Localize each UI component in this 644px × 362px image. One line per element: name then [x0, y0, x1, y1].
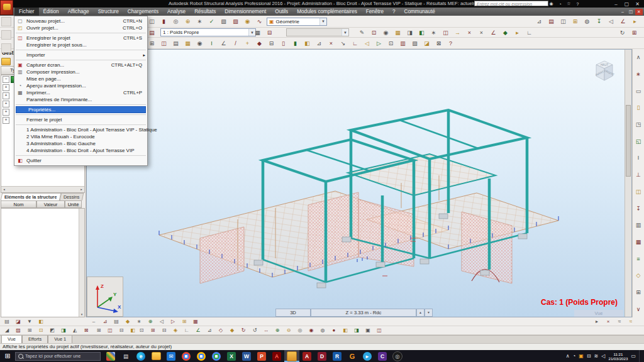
table-scrollbar[interactable]: ▾	[79, 209, 84, 317]
table-filter-icon[interactable]: ▤	[111, 317, 122, 326]
section-view-icon[interactable]: ▦	[392, 28, 404, 38]
save-icon[interactable]: ◫	[147, 16, 158, 26]
show-desktop-button[interactable]	[639, 350, 641, 362]
tree-horizontal-scrollbar[interactable]: ◂ ▸	[1, 186, 84, 192]
menu-bar-item[interactable]: Structure	[94, 8, 123, 16]
maximize-button[interactable]: ▢	[621, 0, 632, 8]
list-view-icon[interactable]: ▤	[2, 317, 13, 326]
scroll-up-icon[interactable]: ∧	[633, 52, 644, 63]
stress-icon[interactable]: ◍	[582, 16, 593, 26]
snap-filter-icon[interactable]: ∗	[134, 317, 145, 326]
close-tool-icon[interactable]: ⊠	[433, 38, 445, 48]
menu-bar-item[interactable]: Fichier	[14, 8, 39, 16]
tab-structure-elements[interactable]: Eléments de la structure	[1, 193, 61, 200]
file-menu-item[interactable]: 3 Administration - Bloc Gauche	[14, 140, 147, 147]
axis-cross-icon[interactable]: ×	[476, 28, 487, 38]
autocad-icon[interactable]: A	[299, 350, 314, 362]
story-filter-icon[interactable]: –	[89, 317, 99, 326]
view-xy-icon[interactable]: ⊡	[136, 326, 147, 335]
network-icon[interactable]: ≋	[594, 350, 599, 362]
help-search-input[interactable]: Entrez mot-clé ou expression	[474, 1, 548, 6]
viewcube-top-label[interactable]: HAUT	[601, 63, 609, 67]
file-menu-item[interactable]: Importer ▸	[14, 52, 147, 58]
menu-bar-item[interactable]: Fenêtre	[362, 8, 388, 16]
rotate-y-icon[interactable]: ∠	[193, 326, 204, 335]
close-button[interactable]: ✕	[632, 0, 643, 8]
volume-tool-icon[interactable]: ◳	[633, 119, 644, 130]
left-tool-icon[interactable]	[1, 43, 11, 53]
view-yz-icon[interactable]: ⊟	[159, 326, 170, 335]
support-tool-icon[interactable]: ⊥	[633, 170, 644, 180]
left-tool-icon[interactable]	[1, 17, 11, 26]
bracing-icon[interactable]: ⊿	[314, 38, 325, 48]
file-menu-item[interactable]: Propriétés...	[16, 106, 146, 113]
usb-icon[interactable]: ⊟	[587, 350, 591, 362]
expand-panel-icon[interactable]: ▸	[592, 317, 602, 326]
layout-selector[interactable]: ▣ Géométrie ▼	[267, 18, 327, 26]
level-up-icon[interactable]: ▲	[416, 309, 425, 317]
file-menu-item[interactable]: 4 Administration - Bloc Droit - Ajout Te…	[14, 147, 147, 154]
table-icon[interactable]: ▥	[397, 38, 409, 48]
action-center-icon[interactable]: ▭	[631, 350, 636, 362]
mail-icon[interactable]: ✉	[164, 350, 179, 362]
file-menu-item[interactable]: 1 Administration - Bloc Droit - Ajout Te…	[14, 126, 147, 133]
file-menu-item[interactable]: Mise en page...	[14, 75, 147, 82]
chrome-icon[interactable]	[179, 350, 194, 362]
move-icon[interactable]: →	[452, 28, 464, 38]
search-binoculars-icon[interactable]: ◉	[548, 1, 555, 7]
detailed-analysis-icon[interactable]: ∠	[618, 16, 629, 26]
level-selector[interactable]: Z = 3.33 m - Rdc	[311, 309, 416, 317]
load-table-icon[interactable]: ▦	[252, 28, 264, 38]
mesh-filter-icon[interactable]: ▦	[191, 317, 201, 326]
revit-icon[interactable]: R	[330, 350, 345, 362]
preferences-icon[interactable]: ∿	[254, 16, 265, 26]
menu-bar-item[interactable]: Résultats	[190, 8, 220, 16]
acrobat-icon[interactable]: A	[269, 350, 284, 362]
explorer-icon[interactable]	[148, 350, 164, 362]
edge-icon[interactable]: e	[133, 350, 148, 362]
marker-icon[interactable]: ▼	[25, 317, 35, 326]
excel-icon[interactable]: X	[224, 350, 239, 362]
expand-icon[interactable]: +	[3, 84, 9, 91]
reactions-icon[interactable]: ↧	[594, 16, 605, 26]
shade-view-icon[interactable]: ◧	[340, 326, 351, 335]
corner-icon[interactable]: ◪	[421, 38, 433, 48]
onedrive-icon[interactable]: ◔	[573, 350, 576, 362]
purple-app-icon[interactable]: C	[375, 350, 390, 362]
file-menu-item[interactable]: Ouvrir projet... CTRL+O	[14, 25, 147, 31]
volume-icon[interactable]: ◁	[601, 350, 605, 362]
panel-tool-icon[interactable]: ▯	[633, 102, 644, 113]
file-menu-item[interactable]: Enregistrer le projet CTRL+S	[14, 35, 147, 41]
model-viewport[interactable]: HAUT AVANT DROITE Z Y X Cas: 1 (Poids Pr…	[86, 49, 632, 317]
menu-bar-item[interactable]: ?	[388, 8, 400, 16]
grid-panel-icon[interactable]: ▦	[633, 237, 644, 248]
node-tool-icon[interactable]: ∗	[633, 69, 644, 80]
profile-tool-icon[interactable]: I	[633, 153, 644, 163]
zoom-in-view-icon[interactable]: ⊕	[272, 326, 283, 335]
panel-side-icon[interactable]: ◨	[404, 28, 416, 38]
objects-folder-icon[interactable]	[1, 58, 11, 65]
load-params-icon[interactable]: ⊟	[264, 28, 275, 38]
file-menu-item[interactable]: Quitter	[14, 157, 147, 164]
layers-icon[interactable]: ◧	[36, 317, 47, 326]
help-icon[interactable]: ?	[574, 1, 581, 7]
file-menu-item[interactable]: Composer impression...	[14, 69, 147, 75]
projection-icon[interactable]: ◆	[227, 326, 238, 335]
chrome-gmail-icon[interactable]	[194, 350, 209, 362]
bar-icon[interactable]: /	[230, 38, 242, 48]
zoom-icon[interactable]: ◎	[170, 16, 182, 26]
word-icon[interactable]: W	[239, 350, 254, 362]
wireframe-view-icon[interactable]: ◨	[352, 326, 362, 335]
select-objects-icon[interactable]: ◨	[58, 326, 69, 335]
rotate-z-icon[interactable]: ⊿	[204, 326, 215, 335]
left-tool-icon[interactable]	[1, 30, 11, 40]
snap-icon[interactable]: ✓	[206, 16, 218, 26]
load-case-selector[interactable]: 1 : Poids Propre ▼	[160, 28, 256, 36]
zoom-out-view-icon[interactable]: ⊖	[284, 326, 294, 335]
menu-bar-item[interactable]: Communauté	[400, 8, 440, 16]
bar-tool-icon[interactable]: ▭	[633, 85, 644, 96]
taskbar-clock[interactable]: 11:21 21/03/2023	[608, 352, 628, 361]
snap-settings-icon[interactable]: ∗	[428, 28, 440, 38]
display-attrs-icon[interactable]: ◫	[105, 326, 116, 335]
docs-app-icon[interactable]: D	[314, 350, 330, 362]
